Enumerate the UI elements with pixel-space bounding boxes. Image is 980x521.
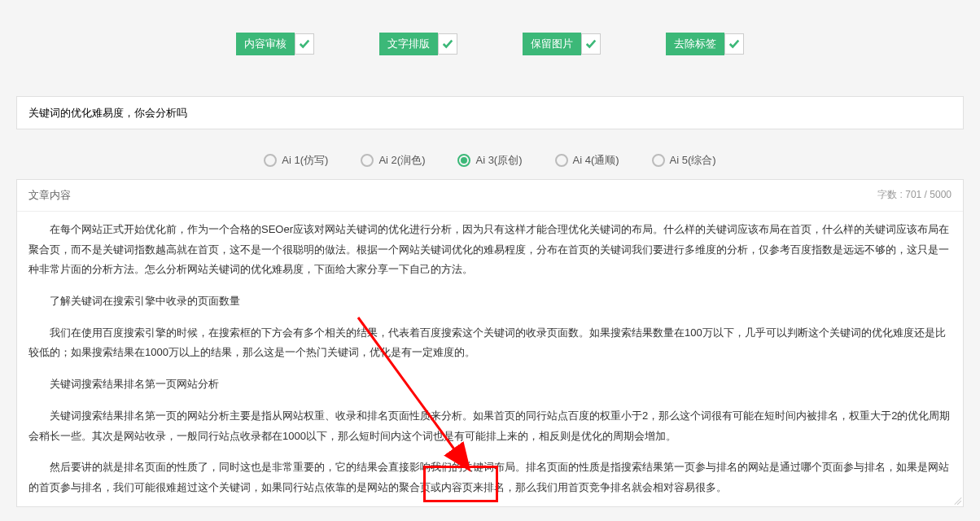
radio-ai-1[interactable]: Ai 1(仿写) xyxy=(264,153,328,168)
content-header: 文章内容 字数 : 701 / 5000 xyxy=(17,180,963,212)
check-icon[interactable] xyxy=(438,33,457,55)
radio-label: Ai 2(润色) xyxy=(378,153,425,168)
check-icon[interactable] xyxy=(581,33,601,55)
paragraph: 了解关键词在搜索引擎中收录的页面数量 xyxy=(28,291,952,312)
check-icon[interactable] xyxy=(724,33,744,55)
paragraph: 在每个网站正式开始优化前，作为一个合格的SEOer应该对网站关键词的优化进行分析… xyxy=(28,220,952,280)
title-input-container xyxy=(16,96,964,129)
option-content-review[interactable]: 内容审核 xyxy=(236,33,314,55)
radio-icon xyxy=(555,154,568,167)
content-textarea[interactable]: 在每个网站正式开始优化前，作为一个合格的SEOer应该对网站关键词的优化进行分析… xyxy=(17,212,963,506)
radio-ai-5[interactable]: Ai 5(综合) xyxy=(652,153,716,168)
radio-label: Ai 3(原创) xyxy=(475,153,522,168)
option-remove-tags[interactable]: 去除标签 xyxy=(666,33,744,55)
char-count: 字数 : 701 / 5000 xyxy=(877,188,952,203)
resize-handle-icon[interactable] xyxy=(952,495,961,505)
radio-ai-2[interactable]: Ai 2(润色) xyxy=(361,153,425,168)
options-bar: 内容审核 文字排版 保留图片 去除标签 xyxy=(0,0,980,80)
radio-label: Ai 5(综合) xyxy=(670,153,716,168)
title-input[interactable] xyxy=(17,97,963,129)
option-label: 内容审核 xyxy=(236,33,295,55)
option-keep-images[interactable]: 保留图片 xyxy=(523,33,601,55)
radio-icon xyxy=(264,154,277,167)
option-label: 去除标签 xyxy=(666,33,724,55)
paragraph: 我们在使用百度搜索引擎的时候，在搜索框的下方会有多个相关的结果，代表着百度搜索这… xyxy=(28,323,952,363)
content-header-label: 文章内容 xyxy=(28,188,71,203)
radio-label: Ai 1(仿写) xyxy=(282,153,328,168)
radio-ai-4[interactable]: Ai 4(通顺) xyxy=(555,153,619,168)
radio-icon xyxy=(652,154,665,167)
paragraph: 关键词搜索结果排名第一页网站分析 xyxy=(28,374,952,395)
paragraph: 关键词搜索结果排名第一页的网站分析主要是指从网站权重、收录和排名页面性质来分析。… xyxy=(28,406,952,446)
content-box: 文章内容 字数 : 701 / 5000 在每个网站正式开始优化前，作为一个合格… xyxy=(16,179,964,507)
option-label: 文字排版 xyxy=(379,33,438,55)
radio-icon xyxy=(457,154,470,167)
radio-label: Ai 4(通顺) xyxy=(573,153,619,168)
check-icon[interactable] xyxy=(295,33,314,55)
button-row: 一键转换 重置 xyxy=(0,507,980,521)
ai-mode-radio-group: Ai 1(仿写) Ai 2(润色) Ai 3(原创) Ai 4(通顺) Ai 5… xyxy=(0,142,980,179)
radio-icon xyxy=(361,154,374,167)
paragraph: 然后要讲的就是排名页面的性质了，同时这也是非常重要的，它的结果会直接影响我们的关… xyxy=(28,458,952,497)
radio-ai-3[interactable]: Ai 3(原创) xyxy=(457,153,522,168)
option-label: 保留图片 xyxy=(523,33,581,55)
option-text-layout[interactable]: 文字排版 xyxy=(379,33,457,55)
